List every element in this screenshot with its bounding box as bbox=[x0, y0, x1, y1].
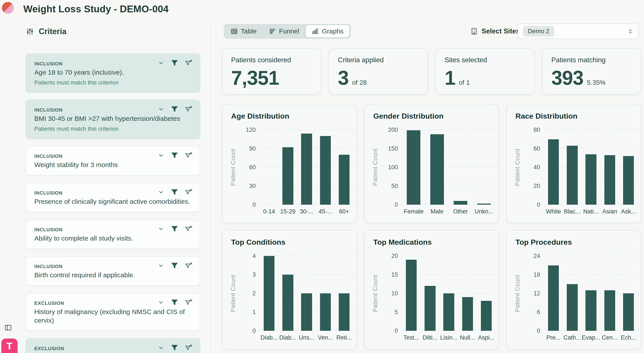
plot-area: Patient Count 020406080WhiteBlac...Nati.… bbox=[544, 130, 638, 205]
x-tick-label: Lisin... bbox=[439, 334, 458, 341]
bar-slot bbox=[402, 256, 420, 331]
y-tick-label: 1 bbox=[252, 309, 256, 316]
y-tick-label: 6 bbox=[537, 309, 540, 316]
criterion-title: History of malignancy (excluding NMSC an… bbox=[34, 308, 192, 324]
x-tick-label: 30-... bbox=[297, 208, 316, 215]
filter-active-icon[interactable] bbox=[171, 59, 178, 67]
x-tick-label: Diab... bbox=[278, 334, 297, 341]
chevron-down-icon[interactable] bbox=[158, 152, 164, 159]
stat-value: 7,351 bbox=[231, 69, 279, 87]
plot-area: Patient Count 05101520Test...Dilti...Lis… bbox=[402, 256, 496, 331]
tab-table-label: Table bbox=[241, 28, 257, 35]
y-tick-label: 24 bbox=[534, 253, 540, 260]
x-tick-label: Other bbox=[449, 208, 472, 215]
table-icon bbox=[231, 28, 238, 35]
site-select[interactable]: Demo 2 bbox=[518, 24, 639, 39]
chevron-down-icon[interactable] bbox=[158, 189, 164, 196]
plot-area: Patient Count 01234Diab...Diab...Uns...V… bbox=[260, 256, 354, 331]
bar bbox=[320, 293, 331, 331]
bar bbox=[548, 139, 559, 205]
y-tick-label: 3 bbox=[252, 271, 256, 278]
stat-card: Criteria applied 3 of 28 bbox=[328, 48, 428, 95]
bar-slot bbox=[316, 256, 335, 331]
user-avatar[interactable]: T bbox=[1, 338, 18, 353]
bar bbox=[282, 147, 293, 205]
tab-table[interactable]: Table bbox=[225, 25, 262, 38]
bar bbox=[604, 155, 615, 205]
x-tick-label: Ech... bbox=[619, 334, 638, 341]
chevron-down-icon[interactable] bbox=[158, 299, 164, 306]
tab-graphs[interactable]: Graphs bbox=[306, 25, 349, 38]
filter-active-icon[interactable] bbox=[171, 299, 178, 306]
y-tick-label: 40 bbox=[534, 164, 540, 171]
plot-area: Patient Count 03060901200-1415-2930-...4… bbox=[260, 130, 354, 205]
y-tick-label: 150 bbox=[388, 145, 398, 152]
criterion-card[interactable]: INCLUSION Birth contr bbox=[26, 256, 200, 286]
bar bbox=[586, 154, 596, 205]
bar-slot bbox=[316, 130, 335, 205]
x-tick-label: 0-14 bbox=[260, 208, 278, 215]
filter-clear-icon[interactable] bbox=[185, 299, 192, 306]
filter-clear-icon[interactable] bbox=[185, 344, 192, 352]
filter-clear-icon[interactable] bbox=[185, 262, 192, 269]
criterion-card[interactable]: INCLUSION BMI 30-45 o bbox=[26, 100, 200, 139]
y-tick-label: 18 bbox=[534, 271, 540, 278]
filter-active-icon[interactable] bbox=[171, 152, 178, 159]
chevron-down-icon[interactable] bbox=[158, 262, 164, 269]
sliders-icon bbox=[26, 28, 34, 36]
chevron-down-icon[interactable] bbox=[158, 106, 164, 112]
criterion-card[interactable]: INCLUSION Weight stab bbox=[26, 146, 200, 176]
bars-layer bbox=[402, 256, 496, 331]
criterion-card[interactable]: INCLUSION Age 18 to 7 bbox=[26, 54, 200, 93]
bar bbox=[481, 301, 492, 331]
chevron-down-icon[interactable] bbox=[158, 344, 164, 351]
bar-slot bbox=[544, 256, 563, 331]
filter-active-icon[interactable] bbox=[171, 262, 178, 269]
bar-slot bbox=[544, 130, 563, 205]
criterion-title: Weight stability for 3 months bbox=[34, 160, 192, 169]
filter-clear-icon[interactable] bbox=[185, 106, 192, 113]
criteria-list: INCLUSION Age 18 to 7 bbox=[26, 54, 200, 353]
criterion-title: Age 18 to 70 years (inclusive). bbox=[34, 68, 192, 76]
criterion-type-label: EXCLUSION bbox=[34, 299, 64, 306]
page-title: Weight Loss Study - DEMO-004 bbox=[23, 4, 168, 14]
filter-clear-icon[interactable] bbox=[185, 59, 192, 67]
stat-value: 1 bbox=[444, 69, 456, 87]
criterion-card[interactable]: INCLUSION Ability to bbox=[26, 220, 200, 249]
bar bbox=[548, 266, 559, 331]
bars-layer bbox=[544, 256, 638, 331]
criterion-type-label: INCLUSION bbox=[34, 152, 62, 159]
filter-active-icon[interactable] bbox=[171, 106, 178, 113]
filter-clear-icon[interactable] bbox=[185, 188, 192, 196]
chevron-down-icon[interactable] bbox=[158, 226, 164, 232]
stat-label: Criteria applied bbox=[338, 56, 418, 64]
bar-slot bbox=[600, 256, 619, 331]
x-tick-label: Nati... bbox=[582, 208, 600, 215]
criterion-card[interactable]: EXCLUSION History of bbox=[26, 293, 200, 331]
sidebar-toggle-icon[interactable] bbox=[4, 324, 12, 332]
filter-clear-icon[interactable] bbox=[185, 152, 192, 159]
chevron-down-icon[interactable] bbox=[158, 60, 164, 66]
bar bbox=[282, 275, 293, 331]
sidebar-divider bbox=[210, 21, 211, 353]
y-tick-label: 20 bbox=[534, 183, 540, 190]
bar bbox=[586, 290, 596, 331]
y-tick-label: 0 bbox=[537, 201, 540, 208]
filter-active-icon[interactable] bbox=[171, 188, 178, 196]
criterion-card[interactable]: INCLUSION Presence of bbox=[26, 183, 200, 212]
y-tick-label: 12 bbox=[534, 290, 540, 297]
filter-clear-icon[interactable] bbox=[185, 225, 192, 232]
bar-slot bbox=[563, 130, 582, 205]
y-axis-label: Patient Count bbox=[372, 256, 379, 331]
x-tick-label: Aspi... bbox=[477, 334, 496, 341]
filter-active-icon[interactable] bbox=[171, 225, 178, 232]
filter-active-icon[interactable] bbox=[171, 344, 178, 352]
tab-funnel[interactable]: Funnel bbox=[263, 25, 305, 38]
bar bbox=[462, 297, 473, 331]
y-tick-label: 4 bbox=[252, 253, 256, 260]
chart-title: Age Distribution bbox=[231, 112, 289, 120]
bars-layer bbox=[402, 130, 496, 205]
chart-card: Race Distribution Patient Count 02040608… bbox=[506, 104, 641, 224]
bar bbox=[477, 204, 491, 205]
criterion-card[interactable]: EXCLUSION Diagnosed w bbox=[26, 338, 200, 353]
